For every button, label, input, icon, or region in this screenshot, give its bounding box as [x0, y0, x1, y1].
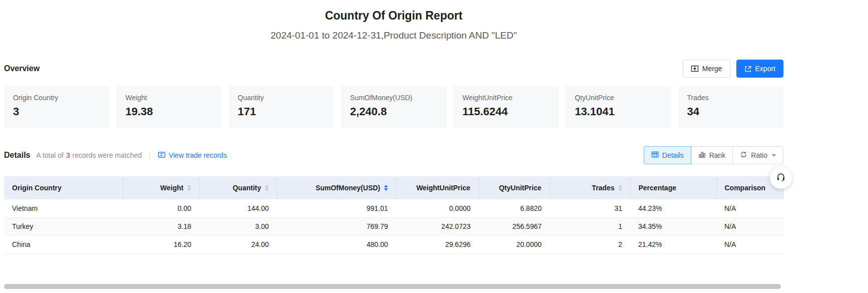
ratio-refresh-icon: [740, 151, 747, 160]
export-icon: [744, 65, 752, 73]
stat-card-weight: Weight 19.38: [116, 86, 221, 128]
cell-comparison: N/A: [716, 217, 784, 235]
overview-actions: Merge Export: [683, 60, 783, 78]
export-button-label: Export: [755, 65, 775, 73]
stat-value: 19.38: [125, 105, 212, 118]
stat-label: SumOfMoney(USD): [350, 94, 437, 102]
headset-icon: [776, 172, 786, 184]
stat-label: QtyUnitPrice: [575, 94, 662, 102]
col-header-origin-country: Origin Country: [4, 176, 123, 199]
cell-weight-unit-price: 29.6296: [396, 235, 479, 253]
stat-label: Origin Country: [13, 94, 100, 102]
cell-sum: 991.01: [277, 199, 396, 217]
customer-service-button[interactable]: [770, 167, 792, 189]
cell-country: Vietnam: [4, 199, 123, 217]
tab-ratio-label: Ratio: [751, 151, 767, 159]
cell-quantity: 3.00: [199, 217, 277, 235]
col-header-weight[interactable]: Weight: [123, 176, 199, 199]
page-subtitle: 2024-01-01 to 2024-12-31,Product Descrip…: [4, 30, 783, 41]
col-header-quantity[interactable]: Quantity: [199, 176, 277, 199]
stat-value: 13.1041: [575, 105, 662, 118]
stat-value: 171: [238, 105, 325, 118]
col-header-weight-unit-price: WeightUnitPrice: [396, 176, 479, 199]
cell-trades: 2: [550, 235, 630, 253]
merge-button[interactable]: Merge: [683, 60, 730, 78]
details-bar: Details A total of 3 records were matche…: [4, 146, 783, 164]
details-summary: Details A total of 3 records were matche…: [4, 151, 227, 160]
report-page: Country Of Origin Report 2024-01-01 to 2…: [4, 0, 783, 254]
view-switcher: Details Rank Ratio: [644, 146, 783, 164]
stat-card-qty-unit-price: QtyUnitPrice 13.1041: [566, 86, 671, 128]
cell-sum: 480.00: [277, 235, 396, 253]
sort-icon-active: [384, 185, 388, 191]
cell-weight: 16.20: [123, 235, 199, 253]
tab-details[interactable]: Details: [644, 146, 691, 164]
tab-rank-label: Rank: [709, 151, 726, 159]
cell-weight-unit-price: 0.0000: [396, 199, 479, 217]
export-button[interactable]: Export: [736, 60, 783, 78]
sort-icon: [618, 185, 622, 191]
sort-icon: [265, 185, 269, 191]
table-row[interactable]: Turkey 3.18 3.00 769.79 242.0723 256.596…: [4, 217, 784, 235]
cell-percentage: 44.23%: [630, 199, 716, 217]
page-title: Country Of Origin Report: [4, 8, 783, 23]
vertical-divider: |: [149, 151, 151, 159]
cell-comparison: N/A: [716, 235, 784, 253]
stat-value: 34: [687, 105, 774, 118]
col-header-sum-of-money[interactable]: SumOfMoney(USD): [277, 176, 396, 199]
merge-cells-icon: [691, 65, 699, 73]
cell-comparison: N/A: [716, 199, 784, 217]
col-header-percentage: Percentage: [630, 176, 716, 199]
cell-quantity: 144.00: [199, 199, 277, 217]
cell-qty-unit-price: 256.5967: [479, 217, 550, 235]
col-header-trades[interactable]: Trades: [550, 176, 630, 199]
horizontal-scrollbar-thumb[interactable]: [4, 284, 781, 289]
stat-value: 2,240.8: [350, 105, 437, 118]
cell-quantity: 24.00: [199, 235, 277, 253]
cell-percentage: 21.42%: [630, 235, 716, 253]
tab-rank[interactable]: Rank: [691, 146, 733, 164]
overview-bar: Overview Merge Export: [4, 59, 783, 78]
table-row[interactable]: Vietnam 0.00 144.00 991.01 0.0000 6.8820…: [4, 199, 784, 217]
sort-icon: [187, 185, 191, 191]
matched-count: 3: [66, 151, 70, 159]
cell-qty-unit-price: 20.0000: [479, 235, 550, 253]
rank-icon: [698, 151, 706, 160]
merge-button-label: Merge: [702, 65, 722, 73]
stat-card-sum-of-money: SumOfMoney(USD) 2,240.8: [341, 86, 446, 128]
details-heading: Details: [4, 151, 30, 160]
trade-records-icon: [158, 151, 166, 160]
total-prefix: A total of: [36, 151, 63, 159]
cell-qty-unit-price: 6.8820: [479, 199, 550, 217]
table-header-row: Origin Country Weight Quantity SumOfMone…: [4, 176, 784, 199]
view-trade-records-label: View trade records: [169, 151, 227, 159]
cell-trades: 1: [550, 217, 630, 235]
col-header-qty-unit-price: QtyUnitPrice: [479, 176, 550, 199]
stat-label: Trades: [687, 94, 774, 102]
stat-card-quantity: Quantity 171: [229, 86, 334, 128]
overview-cards: Origin Country 3 Weight 19.38 Quantity 1…: [4, 86, 783, 128]
stat-card-origin-country: Origin Country 3: [4, 86, 109, 128]
tab-details-label: Details: [662, 151, 684, 159]
cell-country: Turkey: [4, 217, 123, 235]
overview-heading: Overview: [4, 64, 40, 73]
cell-weight-unit-price: 242.0723: [396, 217, 479, 235]
cell-weight: 0.00: [123, 199, 199, 217]
tab-ratio[interactable]: Ratio: [732, 146, 783, 164]
stat-card-weight-unit-price: WeightUnitPrice 115.6244: [454, 86, 559, 128]
cell-country: China: [4, 235, 123, 253]
stat-label: Weight: [125, 94, 212, 102]
stat-value: 115.6244: [463, 105, 550, 118]
cell-trades: 31: [550, 199, 630, 217]
stat-value: 3: [13, 105, 100, 118]
table-row[interactable]: China 16.20 24.00 480.00 29.6296 20.0000…: [4, 235, 784, 253]
cell-percentage: 34.35%: [630, 217, 716, 235]
stat-label: WeightUnitPrice: [463, 94, 550, 102]
stat-label: Quantity: [238, 94, 325, 102]
table-grid-icon: [651, 151, 659, 160]
cell-sum: 769.79: [277, 217, 396, 235]
cell-weight: 3.18: [123, 217, 199, 235]
view-trade-records-link[interactable]: View trade records: [158, 151, 227, 160]
total-suffix: records were matched: [73, 151, 142, 159]
stat-card-trades: Trades 34: [678, 86, 783, 128]
